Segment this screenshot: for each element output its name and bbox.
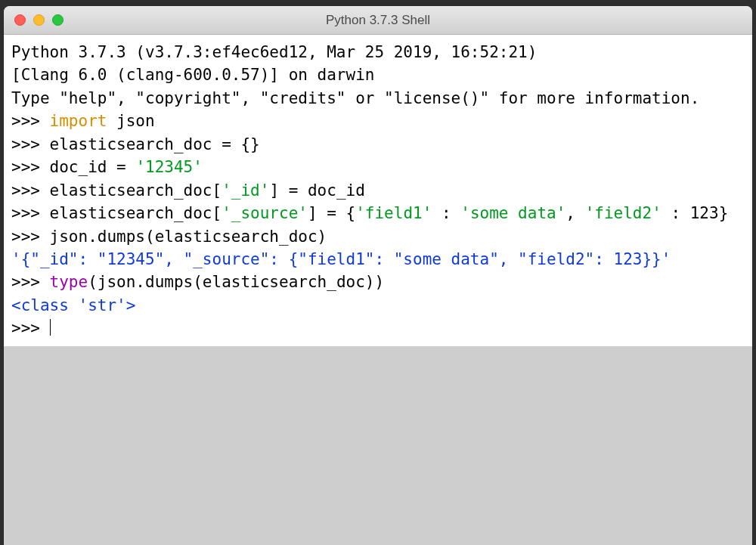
header-line-3: Type "help", "copyright", "credits" or "… — [11, 89, 699, 107]
shell-content[interactable]: Python 3.7.3 (v3.7.3:ef4ec6ed12, Mar 25 … — [4, 35, 752, 346]
prompt: >>> — [11, 228, 50, 246]
code-text: elasticsearch_doc[ — [50, 181, 222, 200]
string-literal: 'field2' — [585, 204, 662, 222]
output-line: <class 'str'> — [11, 296, 135, 314]
prompt: >>> — [11, 319, 50, 337]
empty-area — [4, 346, 752, 545]
string-literal: '_id' — [222, 181, 269, 200]
shell-window: Python 3.7.3 Shell Python 3.7.3 (v3.7.3:… — [4, 6, 752, 545]
code-text: elasticsearch_doc[ — [50, 204, 222, 222]
output-line: '{"_id": "12345", "_source": {"field1": … — [11, 250, 671, 268]
string-literal: 'field1' — [355, 204, 432, 222]
window-title: Python 3.7.3 Shell — [4, 13, 752, 28]
prompt: >>> — [11, 181, 50, 200]
titlebar: Python 3.7.3 Shell — [4, 6, 752, 35]
prompt: >>> — [11, 135, 50, 153]
close-button[interactable] — [14, 14, 26, 26]
code-text: (json.dumps(elasticsearch_doc)) — [88, 273, 384, 291]
cursor — [50, 319, 51, 336]
prompt: >>> — [11, 112, 50, 130]
code-text: , — [565, 204, 584, 222]
string-literal: 'some data' — [460, 204, 565, 222]
code-text: ] = doc_id — [269, 181, 364, 200]
minimize-button[interactable] — [33, 14, 45, 26]
code-text: doc_id = — [50, 158, 136, 176]
header-line-1: Python 3.7.3 (v3.7.3:ef4ec6ed12, Mar 25 … — [11, 43, 537, 61]
header-line-2: [Clang 6.0 (clang-600.0.57)] on darwin — [11, 66, 374, 84]
string-literal: '_source' — [222, 204, 308, 222]
code-text: json.dumps(elasticsearch_doc) — [50, 228, 327, 246]
code-text: json — [107, 112, 154, 130]
code-text: ] = { — [308, 204, 355, 222]
keyword-import: import — [50, 112, 107, 130]
prompt: >>> — [11, 158, 50, 176]
zoom-button[interactable] — [52, 14, 64, 26]
string-literal: '12345' — [135, 158, 203, 176]
code-text: : — [432, 204, 460, 222]
prompt: >>> — [11, 204, 50, 222]
traffic-lights — [4, 14, 64, 26]
prompt: >>> — [11, 273, 50, 291]
code-text: : 123} — [662, 204, 729, 222]
builtin-type: type — [50, 273, 88, 291]
code-text: elasticsearch_doc = {} — [50, 135, 260, 153]
